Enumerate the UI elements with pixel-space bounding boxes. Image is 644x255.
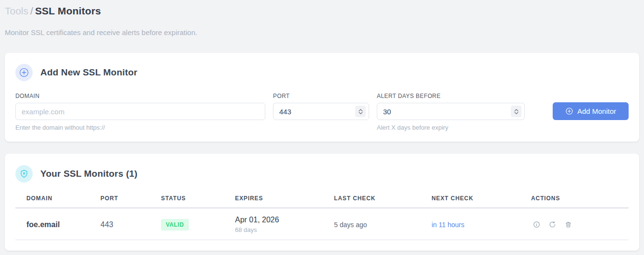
add-monitor-card-header: Add New SSL Monitor — [15, 64, 629, 81]
monitors-card-header: Your SSL Monitors (1) — [15, 165, 629, 182]
breadcrumb: Tools/SSL Monitors — [5, 4, 639, 18]
alert-days-label: ALERT DAYS BEFORE — [377, 93, 525, 99]
breadcrumb-separator: / — [28, 5, 35, 16]
monitor-expires-cell: Apr 01, 2026 68 days — [235, 216, 334, 233]
monitor-domain: foe.email — [15, 220, 100, 229]
info-icon[interactable] — [533, 221, 540, 228]
column-header-domain: DOMAIN — [15, 195, 100, 202]
row-actions — [531, 221, 629, 228]
alert-days-stepper[interactable] — [511, 106, 521, 117]
domain-field-group: DOMAIN Enter the domain without https:// — [15, 93, 265, 131]
add-monitor-card-title: Add New SSL Monitor — [40, 67, 137, 78]
plus-circle-icon — [15, 64, 33, 81]
column-header-expires: EXPIRES — [235, 195, 334, 202]
port-input[interactable] — [273, 103, 369, 120]
chevron-down-icon — [514, 112, 519, 114]
column-header-next-check: NEXT CHECK — [432, 195, 531, 202]
monitor-next-check: in 11 hours — [432, 221, 531, 229]
monitor-port: 443 — [100, 220, 161, 229]
monitors-card-title: Your SSL Monitors (1) — [40, 169, 137, 179]
plus-circle-icon — [565, 107, 573, 115]
ssl-monitors-page: Tools/SSL Monitors Monitor SSL certifica… — [0, 0, 644, 251]
alert-days-input[interactable] — [377, 103, 525, 120]
port-label: PORT — [273, 93, 369, 99]
add-monitor-card: Add New SSL Monitor DOMAIN Enter the dom… — [5, 53, 639, 142]
port-stepper[interactable] — [355, 106, 366, 117]
expires-date: Apr 01, 2026 — [235, 216, 334, 224]
add-monitor-button-label: Add Monitor — [577, 107, 616, 115]
page-title: SSL Monitors — [35, 5, 101, 16]
monitor-status-cell: VALID — [161, 219, 235, 231]
column-header-last-check: LAST CHECK — [334, 195, 432, 202]
status-badge: VALID — [161, 219, 189, 231]
monitor-actions-cell — [531, 221, 629, 228]
chevron-down-icon — [359, 112, 363, 114]
domain-helper-text: Enter the domain without https:// — [15, 124, 265, 131]
alert-days-helper-text: Alert X days before expiry — [377, 124, 525, 131]
chevron-up-icon — [514, 109, 519, 111]
trash-icon[interactable] — [565, 221, 572, 228]
shield-icon — [15, 165, 33, 182]
add-monitor-form: DOMAIN Enter the domain without https://… — [15, 93, 629, 131]
chevron-up-icon — [359, 109, 363, 111]
breadcrumb-tools-link[interactable]: Tools — [5, 5, 28, 16]
table-row: foe.email 443 VALID Apr 01, 2026 68 days… — [15, 208, 629, 240]
expires-days-remaining: 68 days — [235, 226, 334, 233]
page-subtitle: Monitor SSL certificates and receive ale… — [5, 28, 639, 36]
monitor-last-check: 5 days ago — [334, 221, 432, 229]
monitors-table: DOMAIN PORT STATUS EXPIRES LAST CHECK NE… — [15, 195, 629, 240]
submit-button-wrap: Add Monitor — [553, 93, 629, 120]
port-field-group: PORT — [273, 93, 369, 120]
monitors-card: Your SSL Monitors (1) DOMAIN PORT STATUS… — [5, 154, 639, 251]
alert-days-field-group: ALERT DAYS BEFORE Alert X days before ex… — [377, 93, 525, 131]
column-header-status: STATUS — [161, 195, 235, 202]
column-header-port: PORT — [100, 195, 161, 202]
column-header-actions: ACTIONS — [531, 195, 629, 202]
domain-label: DOMAIN — [15, 93, 265, 99]
add-monitor-button[interactable]: Add Monitor — [553, 102, 629, 120]
table-header-row: DOMAIN PORT STATUS EXPIRES LAST CHECK NE… — [15, 195, 629, 208]
domain-input[interactable] — [15, 103, 265, 120]
refresh-icon[interactable] — [549, 221, 556, 228]
